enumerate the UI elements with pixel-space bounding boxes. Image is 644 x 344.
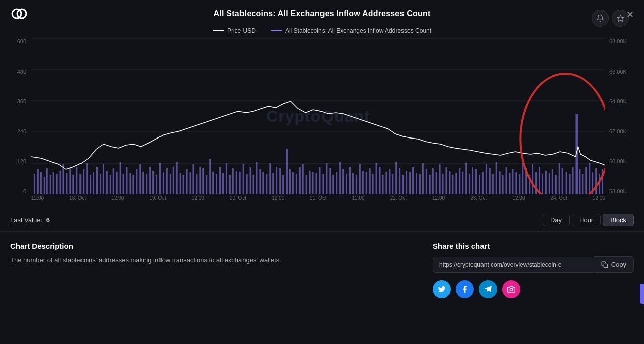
telegram-share-button[interactable] xyxy=(479,280,497,298)
svg-rect-80 xyxy=(269,163,271,194)
svg-rect-111 xyxy=(372,174,374,194)
svg-rect-156 xyxy=(522,163,523,194)
svg-rect-19 xyxy=(66,173,67,194)
svg-rect-159 xyxy=(532,164,533,194)
svg-rect-123 xyxy=(412,167,414,194)
chart-description-section: Chart Description The number of all stab… xyxy=(10,242,413,298)
svg-rect-164 xyxy=(549,173,550,194)
svg-rect-60 xyxy=(202,168,204,194)
svg-rect-82 xyxy=(276,167,277,194)
block-button[interactable]: Block xyxy=(603,214,634,226)
svg-rect-42 xyxy=(142,172,144,194)
svg-rect-61 xyxy=(206,175,207,194)
svg-rect-16 xyxy=(56,174,58,194)
svg-rect-46 xyxy=(156,175,157,194)
share-url-input[interactable] xyxy=(433,257,594,273)
hour-button[interactable]: Hour xyxy=(572,214,601,226)
svg-rect-114 xyxy=(382,175,383,194)
svg-rect-169 xyxy=(566,172,567,194)
svg-rect-158 xyxy=(529,175,530,194)
y-axis-right: 68.00K 66.00K 64.00K 62.00K 60.00K 58.00… xyxy=(606,38,634,194)
svg-rect-38 xyxy=(129,173,131,194)
twitter-share-button[interactable] xyxy=(433,280,451,298)
svg-rect-173 xyxy=(579,169,580,194)
svg-rect-59 xyxy=(199,167,201,194)
chart-description-text: The number of all stablecoins' addresses… xyxy=(10,255,413,265)
bottom-section: Chart Description The number of all stab… xyxy=(0,234,644,306)
svg-rect-118 xyxy=(395,162,397,194)
svg-rect-120 xyxy=(402,175,404,194)
svg-rect-50 xyxy=(170,174,171,194)
copy-button[interactable]: Copy xyxy=(594,256,634,273)
svg-rect-41 xyxy=(139,164,141,194)
header: All Stablecoins: All Exchanges Inflow Ad… xyxy=(0,0,644,27)
svg-rect-91 xyxy=(306,175,307,194)
svg-rect-56 xyxy=(190,172,191,194)
svg-rect-109 xyxy=(366,172,367,194)
svg-rect-116 xyxy=(389,169,390,194)
facebook-icon xyxy=(461,285,469,293)
page-title: All Stablecoins: All Exchanges Inflow Ad… xyxy=(214,9,431,18)
share-title: Share this chart xyxy=(433,242,634,250)
svg-rect-97 xyxy=(326,163,327,194)
svg-rect-20 xyxy=(69,168,71,194)
chart-description-title: Chart Description xyxy=(10,242,413,250)
svg-rect-104 xyxy=(349,167,351,194)
svg-rect-65 xyxy=(219,167,221,194)
svg-rect-100 xyxy=(336,172,337,194)
svg-rect-44 xyxy=(149,167,151,194)
svg-rect-167 xyxy=(559,163,560,194)
svg-rect-86 xyxy=(289,169,291,194)
svg-rect-79 xyxy=(266,174,267,194)
legend-metric-label: All Stablecoins: All Exchanges Inflow Ad… xyxy=(285,27,431,34)
svg-rect-168 xyxy=(562,168,564,194)
svg-rect-182 xyxy=(604,264,608,268)
last-value-number: 6 xyxy=(46,216,50,224)
y-axis-left: 600 480 360 240 120 0 xyxy=(10,38,30,194)
twitter-icon xyxy=(438,285,446,293)
svg-rect-161 xyxy=(539,167,540,194)
legend-line-white xyxy=(213,30,224,31)
svg-rect-162 xyxy=(542,174,543,194)
svg-rect-138 xyxy=(462,172,463,194)
svg-rect-136 xyxy=(455,173,457,194)
svg-rect-84 xyxy=(282,175,284,194)
svg-rect-145 xyxy=(486,164,487,194)
svg-rect-147 xyxy=(492,174,494,194)
svg-rect-92 xyxy=(309,171,311,194)
svg-rect-140 xyxy=(469,174,470,194)
svg-rect-26 xyxy=(90,175,91,194)
svg-rect-108 xyxy=(362,171,364,194)
copy-icon xyxy=(601,261,608,268)
svg-rect-30 xyxy=(103,164,104,194)
svg-rect-18 xyxy=(63,164,64,194)
legend-metric: All Stablecoins: All Exchanges Inflow Ad… xyxy=(271,27,431,34)
camera-icon xyxy=(507,285,515,293)
svg-rect-112 xyxy=(376,163,377,194)
svg-rect-94 xyxy=(316,173,317,194)
svg-rect-135 xyxy=(452,175,453,194)
facebook-share-button[interactable] xyxy=(456,280,474,298)
svg-rect-99 xyxy=(332,175,334,194)
svg-rect-126 xyxy=(422,163,424,194)
screenshot-share-button[interactable] xyxy=(502,280,520,298)
svg-rect-102 xyxy=(342,169,344,194)
svg-rect-90 xyxy=(302,164,304,194)
svg-rect-37 xyxy=(126,167,128,194)
svg-rect-96 xyxy=(322,174,324,194)
notification-button[interactable] xyxy=(592,10,609,27)
svg-rect-122 xyxy=(409,172,411,194)
svg-rect-177 xyxy=(592,172,593,194)
close-button[interactable]: ✕ xyxy=(626,9,634,20)
svg-rect-35 xyxy=(120,162,121,194)
svg-rect-57 xyxy=(192,164,194,194)
day-button[interactable]: Day xyxy=(543,214,570,226)
svg-rect-71 xyxy=(239,172,241,194)
svg-rect-101 xyxy=(339,162,341,194)
svg-rect-149 xyxy=(499,171,501,194)
svg-rect-132 xyxy=(442,174,444,194)
side-indicator xyxy=(640,284,644,304)
svg-rect-64 xyxy=(216,174,217,194)
svg-rect-13 xyxy=(46,168,48,194)
svg-rect-66 xyxy=(222,173,224,194)
